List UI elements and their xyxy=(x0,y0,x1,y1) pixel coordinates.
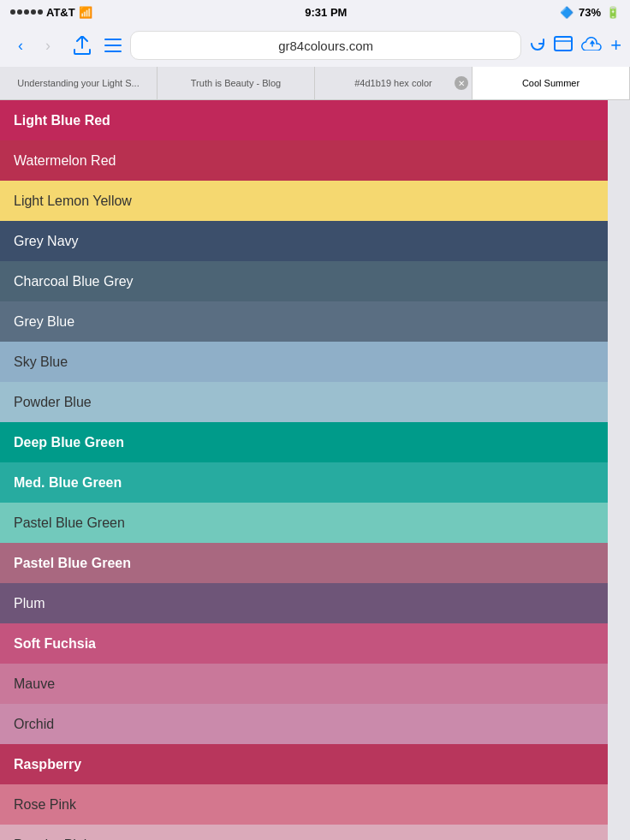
tab-beauty-blog[interactable]: Truth is Beauty - Blog xyxy=(158,67,315,99)
status-left: AT&T 📶 xyxy=(10,6,92,19)
menu-button[interactable] xyxy=(104,39,122,52)
bluetooth-icon: 🔷 xyxy=(560,6,574,19)
color-name: Deep Blue Green xyxy=(14,435,124,450)
status-bar: AT&T 📶 9:31 PM 🔷 73% 🔋 xyxy=(0,0,630,24)
nav-bar: ‹ › gr84colours.com xyxy=(0,24,630,67)
color-row[interactable]: Watermelon Red xyxy=(0,140,608,181)
color-row[interactable]: Rose Pink xyxy=(0,784,608,825)
color-row[interactable]: Soft Fuchsia xyxy=(0,623,608,664)
tab-cool-summer[interactable]: Cool Summer xyxy=(472,67,630,99)
color-row[interactable]: Sky Blue xyxy=(0,342,608,382)
signal-icon xyxy=(10,9,43,15)
back-button[interactable]: ‹ xyxy=(9,33,33,57)
color-name: Rose Pink xyxy=(14,797,76,813)
color-name: Light Lemon Yellow xyxy=(14,194,132,209)
color-name: Grey Navy xyxy=(14,234,79,249)
color-name: Pastel Blue Green xyxy=(14,515,125,531)
wifi-icon: 📶 xyxy=(79,6,92,19)
time-label: 9:31 PM xyxy=(305,6,347,19)
color-name: Raspberry xyxy=(14,757,81,772)
share-button[interactable] xyxy=(68,32,96,59)
color-name: Watermelon Red xyxy=(14,153,116,169)
color-name: Plum xyxy=(14,596,45,611)
color-name: Light Blue Red xyxy=(14,113,110,128)
icloud-button[interactable] xyxy=(581,37,602,55)
tab-label: Understanding your Light S... xyxy=(17,78,139,88)
color-name: Soft Fuchsia xyxy=(14,636,96,652)
color-row[interactable]: Pastel Blue Green xyxy=(0,543,608,583)
svg-rect-1 xyxy=(104,45,122,46)
tab-label: Cool Summer xyxy=(522,78,579,88)
url-bar[interactable]: gr84colours.com xyxy=(130,31,521,60)
forward-button[interactable]: › xyxy=(36,33,60,57)
color-row[interactable]: Pastel Blue Green xyxy=(0,503,608,543)
color-name: Pastel Blue Green xyxy=(14,556,131,571)
color-name: Powder Blue xyxy=(14,395,92,410)
add-tab-button[interactable]: + xyxy=(610,34,621,57)
reload-button[interactable] xyxy=(530,36,545,56)
url-text: gr84colours.com xyxy=(278,39,373,53)
color-name: Med. Blue Green xyxy=(14,475,122,491)
battery-label: 73% xyxy=(579,6,601,19)
color-row[interactable]: Light Lemon Yellow xyxy=(0,181,608,221)
color-name: Mauve xyxy=(14,676,55,692)
color-name: Charcoal Blue Grey xyxy=(14,274,134,289)
color-row[interactable]: Powder Blue xyxy=(0,382,608,422)
color-row[interactable]: Raspberry xyxy=(0,744,608,784)
tab-hex-color[interactable]: #4d1b19 hex color ✕ xyxy=(315,67,472,99)
svg-rect-0 xyxy=(104,39,122,40)
svg-rect-2 xyxy=(104,51,122,52)
carrier-label: AT&T xyxy=(46,6,75,19)
tab-label: Truth is Beauty - Blog xyxy=(191,78,281,88)
tabs-bar: Understanding your Light S... Truth is B… xyxy=(0,67,630,99)
tab-close-icon[interactable]: ✕ xyxy=(455,76,468,90)
svg-rect-3 xyxy=(555,37,572,51)
color-row[interactable]: Med. Blue Green xyxy=(0,462,608,503)
color-row[interactable]: Grey Navy xyxy=(0,221,608,261)
color-row[interactable]: Powder Pink xyxy=(0,825,608,840)
tab-view-button[interactable] xyxy=(554,36,573,56)
tab-label: #4d1b19 hex color xyxy=(354,78,432,88)
status-right: 🔷 73% 🔋 xyxy=(560,6,620,19)
nav-arrows: ‹ › xyxy=(9,33,60,57)
color-row[interactable]: Mauve xyxy=(0,664,608,704)
color-row[interactable]: Plum xyxy=(0,583,608,623)
color-name: Grey Blue xyxy=(14,314,74,330)
color-list: Light Blue RedWatermelon RedLight Lemon … xyxy=(0,100,608,840)
color-row[interactable]: Light Blue Red xyxy=(0,100,608,140)
tab-understanding[interactable]: Understanding your Light S... xyxy=(0,67,158,99)
color-name: Powder Pink xyxy=(14,837,91,841)
battery-icon: 🔋 xyxy=(606,6,620,19)
color-name: Sky Blue xyxy=(14,354,68,370)
color-name: Orchid xyxy=(14,717,54,732)
browser-chrome: ‹ › gr84colours.com xyxy=(0,24,630,100)
color-row[interactable]: Deep Blue Green xyxy=(0,422,608,462)
color-row[interactable]: Orchid xyxy=(0,704,608,744)
color-row[interactable]: Charcoal Blue Grey xyxy=(0,261,608,301)
color-row[interactable]: Grey Blue xyxy=(0,301,608,342)
